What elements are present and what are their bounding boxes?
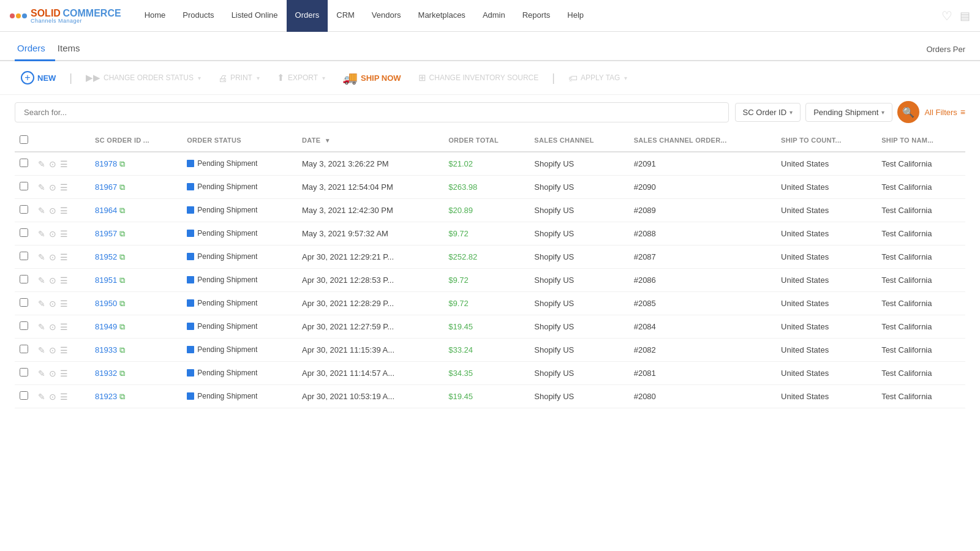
nav-item-products[interactable]: Products bbox=[174, 0, 222, 32]
copy-icon[interactable]: ⧉ bbox=[119, 206, 125, 215]
all-filters-button[interactable]: All Filters ≡ bbox=[924, 107, 965, 117]
status-filter[interactable]: Pending Shipment ▾ bbox=[805, 103, 892, 122]
tab-orders[interactable]: Orders bbox=[15, 43, 55, 61]
status-color-square bbox=[187, 346, 194, 353]
search-go-button[interactable]: 🔍 bbox=[897, 101, 919, 123]
order-link[interactable]: 81951 bbox=[95, 276, 117, 285]
copy-icon[interactable]: ⧉ bbox=[119, 322, 125, 331]
tab-items[interactable]: Items bbox=[55, 43, 90, 61]
order-link[interactable]: 81923 bbox=[95, 392, 117, 401]
history-icon[interactable]: ⊙ bbox=[49, 299, 56, 309]
row-checkbox[interactable] bbox=[20, 252, 28, 260]
favorites-icon[interactable]: ♡ bbox=[941, 9, 952, 23]
copy-icon[interactable]: ⧉ bbox=[119, 229, 125, 238]
edit-icon[interactable]: ✎ bbox=[38, 206, 45, 216]
history-icon[interactable]: ⊙ bbox=[49, 206, 56, 216]
select-all-checkbox[interactable] bbox=[20, 135, 28, 144]
edit-icon[interactable]: ✎ bbox=[38, 252, 45, 262]
row-checkbox[interactable] bbox=[20, 368, 28, 377]
change-order-status-button[interactable]: ▶▶ CHANGE ORDER STATUS ▾ bbox=[80, 69, 207, 86]
edit-icon[interactable]: ✎ bbox=[38, 345, 45, 355]
list-icon[interactable]: ☰ bbox=[60, 182, 68, 192]
row-checkbox[interactable] bbox=[20, 275, 28, 283]
print-button[interactable]: 🖨 PRINT ▾ bbox=[212, 70, 266, 86]
order-link[interactable]: 81978 bbox=[95, 159, 117, 168]
nav-item-orders[interactable]: Orders bbox=[287, 0, 328, 32]
history-icon[interactable]: ⊙ bbox=[49, 159, 56, 169]
header-ship-to-country: SHIP TO COUNT... bbox=[776, 129, 876, 152]
history-icon[interactable]: ⊙ bbox=[49, 322, 56, 332]
apply-tag-button[interactable]: 🏷 APPLY TAG ▾ bbox=[562, 70, 633, 86]
change-inventory-button[interactable]: ⊞ CHANGE INVENTORY SOURCE bbox=[412, 69, 545, 86]
copy-icon[interactable]: ⧉ bbox=[119, 276, 125, 285]
row-checkbox[interactable] bbox=[20, 391, 28, 400]
header-date[interactable]: DATE ▼ bbox=[297, 129, 443, 152]
edit-icon[interactable]: ✎ bbox=[38, 229, 45, 239]
copy-icon[interactable]: ⧉ bbox=[119, 392, 125, 401]
list-icon[interactable]: ☰ bbox=[60, 299, 68, 309]
copy-icon[interactable]: ⧉ bbox=[119, 159, 125, 168]
status-label: Pending Shipment bbox=[197, 182, 257, 191]
history-icon[interactable]: ⊙ bbox=[49, 369, 56, 378]
edit-icon[interactable]: ✎ bbox=[38, 276, 45, 285]
row-checkbox[interactable] bbox=[20, 321, 28, 330]
new-button[interactable]: + NEW bbox=[15, 68, 62, 88]
list-icon[interactable]: ☰ bbox=[60, 322, 68, 332]
row-checkbox[interactable] bbox=[20, 298, 28, 307]
edit-icon[interactable]: ✎ bbox=[38, 392, 45, 402]
order-link[interactable]: 81967 bbox=[95, 182, 117, 192]
list-icon[interactable]: ☰ bbox=[60, 345, 68, 355]
search-input[interactable] bbox=[15, 102, 729, 122]
nav-item-marketplaces[interactable]: Marketplaces bbox=[410, 0, 474, 32]
edit-icon[interactable]: ✎ bbox=[38, 322, 45, 332]
nav-item-reports[interactable]: Reports bbox=[514, 0, 559, 32]
row-checkbox[interactable] bbox=[20, 205, 28, 214]
row-checkbox[interactable] bbox=[20, 228, 28, 237]
history-icon[interactable]: ⊙ bbox=[49, 182, 56, 192]
nav-item-home[interactable]: Home bbox=[136, 0, 175, 32]
copy-icon[interactable]: ⧉ bbox=[119, 299, 125, 308]
copy-icon[interactable]: ⧉ bbox=[119, 345, 125, 354]
order-link[interactable]: 81964 bbox=[95, 206, 117, 215]
order-link[interactable]: 81932 bbox=[95, 369, 117, 378]
nav-item-admin[interactable]: Admin bbox=[474, 0, 514, 32]
edit-icon[interactable]: ✎ bbox=[38, 182, 45, 192]
copy-icon[interactable]: ⧉ bbox=[119, 252, 125, 261]
ship-now-button[interactable]: 🚚 SHIP NOW bbox=[336, 67, 407, 88]
nav-item-help[interactable]: Help bbox=[559, 0, 592, 32]
list-icon[interactable]: ☰ bbox=[60, 252, 68, 262]
list-icon[interactable]: ☰ bbox=[60, 206, 68, 216]
nav-item-listed-online[interactable]: Listed Online bbox=[223, 0, 287, 32]
order-link[interactable]: 81957 bbox=[95, 229, 117, 238]
order-link[interactable]: 81933 bbox=[95, 345, 117, 354]
edit-icon[interactable]: ✎ bbox=[38, 299, 45, 309]
status-badge: Pending Shipment bbox=[187, 392, 257, 400]
order-link[interactable]: 81949 bbox=[95, 322, 117, 331]
list-icon[interactable]: ☰ bbox=[60, 369, 68, 378]
user-icon[interactable]: ▤ bbox=[960, 9, 970, 23]
history-icon[interactable]: ⊙ bbox=[49, 392, 56, 402]
row-checkbox[interactable] bbox=[20, 159, 28, 167]
order-link[interactable]: 81952 bbox=[95, 252, 117, 261]
copy-icon[interactable]: ⧉ bbox=[119, 369, 125, 378]
nav-item-vendors[interactable]: Vendors bbox=[363, 0, 410, 32]
copy-icon[interactable]: ⧉ bbox=[119, 182, 125, 192]
logo: SOLID COMMERCE Channels Manager bbox=[10, 8, 121, 24]
nav-item-crm[interactable]: CRM bbox=[328, 0, 363, 32]
list-icon[interactable]: ☰ bbox=[60, 276, 68, 285]
edit-icon[interactable]: ✎ bbox=[38, 159, 45, 169]
history-icon[interactable]: ⊙ bbox=[49, 276, 56, 285]
history-icon[interactable]: ⊙ bbox=[49, 345, 56, 355]
order-link[interactable]: 81950 bbox=[95, 299, 117, 308]
list-icon[interactable]: ☰ bbox=[60, 392, 68, 402]
change-status-icon: ▶▶ bbox=[86, 72, 100, 83]
row-checkbox[interactable] bbox=[20, 182, 28, 190]
order-id-filter[interactable]: SC Order ID ▾ bbox=[735, 103, 801, 122]
history-icon[interactable]: ⊙ bbox=[49, 252, 56, 262]
export-button[interactable]: ⬆ EXPORT ▾ bbox=[271, 69, 331, 86]
row-checkbox[interactable] bbox=[20, 345, 28, 353]
list-icon[interactable]: ☰ bbox=[60, 229, 68, 239]
list-icon[interactable]: ☰ bbox=[60, 159, 68, 169]
edit-icon[interactable]: ✎ bbox=[38, 369, 45, 378]
history-icon[interactable]: ⊙ bbox=[49, 229, 56, 239]
